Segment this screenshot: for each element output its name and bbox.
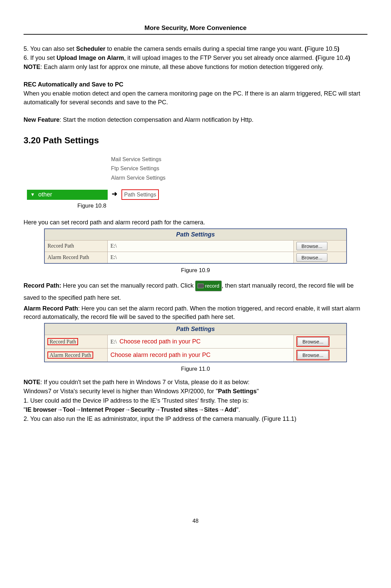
page-header-title: More Security, More Convenience [24, 24, 367, 35]
text: ". [236, 406, 240, 413]
paragraph-step1-path: "IE browser→Tool→Internet Proper→Securit… [24, 406, 367, 414]
text: Figure 10.4 [317, 54, 348, 61]
table-title: Path Settings [44, 229, 346, 241]
menu-item-mail[interactable]: Mail Service Settings [111, 155, 367, 164]
chevron-down-icon: ▼ [27, 191, 38, 198]
figure-caption-11-0: Figure 11.0 [24, 365, 367, 373]
text: : Start the motion detection compensatio… [60, 116, 253, 123]
figure-10-8: Mail Service Settings Ftp Service Settin… [24, 155, 367, 210]
figure-caption-10-9: Figure 10.9 [24, 266, 367, 274]
text-bold: IE browser→Tool→Internet Proper→Security… [26, 406, 236, 413]
arrow-right-icon: ➜ [110, 189, 119, 200]
text: to enable the camera sends emails during… [105, 45, 305, 52]
table-title: Path Settings [44, 323, 346, 335]
paragraph-alarm-record-path: Alarm Record Path: Here you can set the … [24, 304, 367, 321]
camera-icon [198, 284, 204, 288]
text-bold: Record Path: [24, 282, 63, 289]
text-bold: NOTE [24, 379, 40, 385]
path-settings-table-1: Path Settings Record Path E:\ Browse... … [44, 228, 347, 264]
paragraph-intro-10-9: Here you can set record path and alarm r… [24, 218, 367, 227]
text-bold: NOTE [24, 64, 40, 70]
text: Figure 10.5 [307, 45, 337, 52]
annotation-text: Choose recod path in your PC [119, 338, 201, 345]
table-row: Alarm Record Path E:\ Browse... [44, 252, 346, 264]
table-row: Record Path E:\ Choose recod path in you… [44, 335, 346, 348]
page-number: 48 [24, 517, 367, 525]
text-bold: Path Settings [218, 388, 257, 395]
subheading-rec: REC Automatically and Save to PC [24, 80, 367, 89]
table-row: Record Path E:\ Browse... [44, 241, 346, 252]
paragraph-note2: NOTE: If you couldn't set the path here … [24, 378, 367, 387]
text-bold: Upload Image on Alarm [57, 54, 124, 61]
section-heading-path-settings: 3.20 Path Settings [24, 134, 367, 146]
cell-label: Alarm Record Path [44, 252, 108, 264]
text: : Each alarm only last for approx one mi… [40, 64, 323, 70]
settings-menu-list: Mail Service Settings Ftp Service Settin… [111, 155, 367, 182]
paragraph-windows-note: Windows7 or Vista's security level is hi… [24, 387, 367, 396]
text: 6. If you set [24, 54, 57, 61]
paragraph-step1: 1. User could add the Device IP address … [24, 397, 367, 405]
cell-path: E:\ [108, 241, 293, 252]
text-bold: ) [348, 54, 350, 61]
paragraph-newfeature: New Feature: Start the motion detection … [24, 116, 367, 124]
text-bold: New Feature [24, 116, 60, 123]
text: : If you couldn't set the path here in W… [40, 379, 249, 385]
text-bold: ) [337, 45, 340, 52]
browse-button[interactable]: Browse... [297, 337, 329, 346]
browse-button[interactable]: Browse... [297, 351, 329, 359]
dropdown-other[interactable]: ▼ other [27, 190, 108, 200]
paragraph-note1: NOTE: Each alarm only last for approx on… [24, 63, 367, 71]
path-settings-table-2: Path Settings Record Path E:\ Choose rec… [44, 323, 347, 362]
annotation-text: Choose alarm record path in your PC [110, 352, 210, 358]
text: Here you can set the manually record pat… [63, 282, 193, 289]
text: Windows7 or Vista's security level is hi… [24, 388, 218, 395]
paragraph-step6: 6. If you set Upload Image on Alarm, it … [24, 54, 367, 62]
cell-label-highlight: Alarm Record Path [47, 352, 93, 359]
record-button[interactable]: record [195, 281, 222, 291]
paragraph-record-path: Record Path: Here you can set the manual… [24, 280, 367, 304]
cell-path: Choose alarm record path in your PC [108, 348, 293, 362]
text: " [257, 388, 259, 395]
paragraph-rec: When you enable motion detect and open t… [24, 89, 367, 106]
dropdown-label: other [38, 190, 52, 199]
paragraph-step5: 5. You can also set Scheduler to enable … [24, 45, 367, 53]
table-row: Alarm Record Path Choose alarm record pa… [44, 348, 346, 362]
menu-item-alarm[interactable]: Alarm Service Settings [111, 173, 367, 182]
cell-label: Record Path [44, 241, 108, 252]
record-button-label: record [205, 281, 219, 291]
cell-path: E:\ [108, 252, 293, 264]
text-bold: Alarm Record Path [24, 305, 78, 312]
text: 5. You can also set [24, 45, 76, 52]
cell-path: E:\ Choose recod path in your PC [108, 335, 293, 348]
browse-button[interactable]: Browse... [296, 253, 328, 262]
cell-label-highlight: Record Path [47, 338, 78, 345]
text-bold: Scheduler [76, 45, 105, 52]
browse-button[interactable]: Browse... [296, 242, 328, 250]
paragraph-step2: 2. You can also run the IE as administra… [24, 415, 367, 423]
menu-item-path-settings-highlighted[interactable]: Path Settings [121, 189, 159, 200]
path-value: E:\ [110, 339, 117, 344]
menu-item-ftp[interactable]: Ftp Service Settings [111, 164, 367, 173]
text: , it will upload images to the FTP Serve… [124, 54, 315, 61]
figure-caption-10-8: Figure 10.8 [77, 202, 367, 210]
